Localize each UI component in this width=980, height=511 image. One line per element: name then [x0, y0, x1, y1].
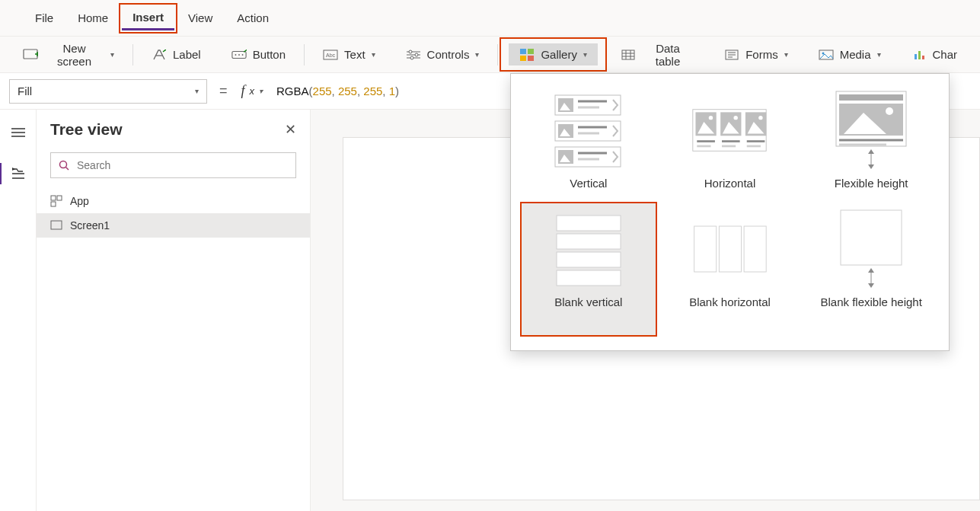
svg-rect-35: [922, 56, 924, 59]
chevron-down-icon: ▾: [372, 50, 375, 59]
separator: [304, 44, 305, 65]
svg-rect-87: [557, 216, 621, 231]
svg-marker-97: [868, 283, 874, 288]
property-selector[interactable]: Fill ▾: [9, 79, 207, 104]
charts-label: Char: [933, 48, 958, 61]
gallery-option-label: Horizontal: [704, 176, 756, 191]
svg-rect-21: [528, 56, 534, 61]
gallery-option-label: Blank vertical: [554, 295, 622, 310]
blank-horizontal-thumb-icon: [691, 211, 768, 287]
svg-rect-43: [57, 196, 62, 200]
hamburger-icon[interactable]: [6, 120, 30, 145]
svg-point-7: [238, 54, 240, 56]
gallery-option-vertical[interactable]: Vertical: [522, 85, 656, 196]
text-icon: Abc: [323, 49, 338, 61]
chevron-down-icon: ▾: [475, 50, 479, 59]
vertical-thumb-icon: [551, 92, 627, 168]
forms-button[interactable]: Forms ▾: [713, 43, 799, 65]
screen-icon: [50, 220, 62, 231]
gallery-label: Gallery: [541, 48, 577, 61]
svg-rect-88: [557, 234, 621, 249]
property-name: Fill: [18, 85, 32, 97]
gallery-option-flexible-height[interactable]: Flexible height: [804, 85, 938, 196]
formula-arg2: 255: [338, 85, 357, 97]
svg-text:Abc: Abc: [326, 53, 336, 58]
label-button[interactable]: Label: [141, 43, 212, 65]
svg-rect-22: [622, 50, 634, 59]
chevron-down-icon: ▾: [784, 50, 788, 59]
svg-marker-96: [868, 268, 874, 273]
menu-file[interactable]: File: [24, 7, 64, 29]
svg-rect-42: [51, 196, 56, 200]
tree-view-rail-icon[interactable]: [6, 161, 30, 186]
svg-marker-86: [868, 164, 874, 169]
menu-insert[interactable]: Insert: [122, 6, 174, 30]
new-screen-label: New screen: [44, 42, 104, 68]
svg-point-17: [410, 56, 413, 59]
svg-point-16: [415, 53, 418, 56]
media-button[interactable]: Media ▾: [808, 43, 892, 65]
svg-rect-18: [520, 49, 526, 54]
svg-rect-89: [557, 252, 621, 267]
menu-view[interactable]: View: [177, 7, 223, 29]
search-box[interactable]: [50, 152, 296, 178]
gallery-option-label: Flexible height: [835, 176, 908, 191]
blank-flexible-height-thumb-icon: [833, 211, 909, 287]
controls-button[interactable]: Controls ▾: [395, 43, 490, 65]
svg-point-81: [886, 107, 893, 115]
gallery-icon: [519, 49, 535, 61]
controls-label: Controls: [427, 48, 470, 61]
formula-arg3: 255: [363, 85, 382, 97]
svg-marker-85: [868, 149, 874, 154]
fx-button[interactable]: fx ▾: [241, 83, 263, 99]
text-button[interactable]: Abc Text ▾: [312, 43, 386, 65]
flexible-height-thumb-icon: [833, 92, 909, 168]
blank-vertical-thumb-icon: [551, 211, 627, 287]
equals-sign: =: [219, 83, 228, 99]
close-icon[interactable]: ✕: [285, 121, 296, 138]
svg-rect-33: [915, 54, 917, 59]
button-button[interactable]: Button: [221, 43, 296, 65]
svg-point-74: [759, 116, 763, 120]
new-screen-button[interactable]: New screen ▾: [12, 37, 125, 72]
charts-icon: [911, 49, 927, 61]
formula-close: ): [395, 85, 399, 97]
insert-toolbar: New screen ▾ Label Button Abc Text ▾ Con…: [0, 37, 980, 73]
svg-point-6: [235, 54, 236, 56]
svg-rect-92: [720, 226, 742, 272]
menu-home[interactable]: Home: [67, 7, 119, 29]
forms-icon: [724, 49, 739, 61]
gallery-option-blank-vertical[interactable]: Blank vertical: [522, 203, 656, 336]
menubar: File Home Insert View Action: [0, 0, 980, 37]
gallery-button[interactable]: Gallery ▾: [509, 43, 598, 65]
gallery-option-label: Vertical: [570, 176, 607, 191]
charts-button[interactable]: Char: [901, 43, 969, 65]
svg-rect-94: [841, 210, 902, 265]
svg-point-40: [60, 161, 67, 168]
svg-rect-90: [557, 270, 621, 286]
gallery-option-label: Blank flexible height: [820, 295, 921, 310]
chevron-down-icon: ▾: [877, 50, 881, 59]
tree-item-screen1[interactable]: Screen1: [37, 213, 310, 238]
svg-line-41: [66, 168, 69, 171]
svg-rect-78: [839, 94, 903, 101]
button-icon: [231, 49, 247, 61]
gallery-option-blank-horizontal[interactable]: Blank horizontal: [663, 203, 797, 336]
gallery-option-blank-flexible-height[interactable]: Blank flexible height: [804, 203, 938, 336]
tree-view-title: Tree view: [50, 120, 123, 139]
left-rail: [0, 110, 37, 511]
tree-item-app[interactable]: App: [37, 189, 310, 213]
svg-point-15: [409, 50, 412, 53]
new-screen-icon: [23, 49, 38, 61]
chevron-down-icon: ▾: [583, 50, 587, 59]
svg-rect-45: [51, 221, 62, 229]
menu-action[interactable]: Action: [226, 7, 279, 29]
search-input[interactable]: [77, 159, 288, 171]
svg-rect-31: [819, 50, 833, 59]
separator: [132, 44, 133, 65]
search-icon: [59, 160, 69, 171]
gallery-option-horizontal[interactable]: Horizontal: [663, 85, 797, 196]
data-table-label: Data table: [642, 42, 694, 68]
data-table-button[interactable]: Data table: [610, 37, 704, 72]
svg-point-69: [734, 116, 738, 120]
